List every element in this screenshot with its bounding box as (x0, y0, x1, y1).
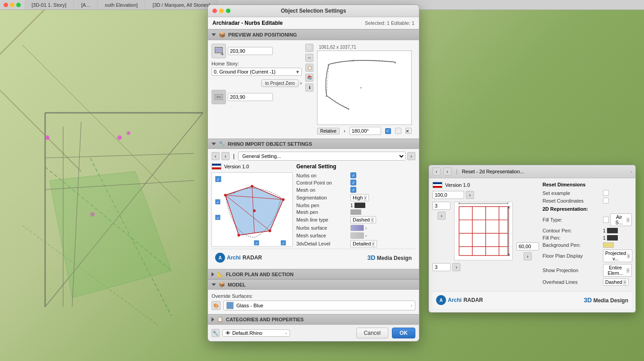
preview-layout: Home Story: 0. Ground Floor (Current -1)… (212, 44, 415, 135)
relative-btn[interactable]: Relative (317, 128, 340, 134)
logos-row-rhino: A ArchiRADAR 3D Media Design (212, 249, 415, 266)
segmentation-dropdown[interactable]: High › (350, 194, 369, 201)
secondary-input-2[interactable] (432, 202, 451, 210)
secondary-input-3[interactable] (432, 263, 451, 271)
x-input-row (212, 44, 302, 58)
mesh-on-checkbox[interactable]: ✓ (350, 187, 356, 193)
surface-row: 🎨 Glass - Blue › (212, 301, 415, 310)
nav-select[interactable]: General Setting... (238, 152, 405, 161)
angle-btn-2[interactable]: × (405, 128, 412, 134)
tab-3d-01[interactable]: [3D-01 1. Story] (24, 0, 74, 9)
reset-coords-checkbox[interactable] (603, 198, 609, 204)
dialog-close[interactable] (212, 9, 217, 13)
preview-section-header[interactable]: 📦 PREVIEW AND POSITIONING (208, 29, 419, 40)
surface-selector[interactable]: Glass - Blue › (223, 301, 415, 310)
rhino-section-content: ‹ › | General Setting... › Version 1.0 (208, 149, 419, 269)
rhino-section-header[interactable]: 🔧 RHINO IMPORT OBJECT SETTINGS (208, 139, 419, 149)
fill-type-dropdown[interactable]: Air S... › (610, 213, 632, 226)
canvas-icon-4[interactable]: 📚 (305, 74, 313, 82)
close-dot[interactable] (4, 3, 8, 7)
dialog-minimize[interactable] (219, 9, 224, 13)
categories-triangle (212, 317, 214, 322)
secondary-stepper-4[interactable]: › (524, 252, 532, 260)
secondary-stepper-1[interactable]: › (466, 191, 474, 199)
svg-text:×: × (360, 86, 362, 90)
secondary-stepper-2[interactable]: › (437, 212, 446, 220)
canvas-icon-5[interactable]: ℹ (305, 83, 313, 92)
mesh-pen-indicator (350, 209, 361, 215)
show-projection-dropdown[interactable]: Entire Elem... › (603, 264, 632, 277)
param-mesh-line-type: Mesh line type Dashed › (296, 216, 415, 223)
preview-right: ⬜ ↔ 📋 📚 ℹ 1061,62 x 1037,71 (305, 44, 415, 135)
footer-buttons: Cancel OK (356, 328, 415, 338)
to-project-zero-btn[interactable]: to Project Zero (261, 79, 299, 87)
svg-text:✓: ✓ (216, 177, 220, 182)
cancel-button[interactable]: Cancel (356, 328, 388, 338)
version-row-secondary: Version 1.0 (432, 182, 539, 188)
angle-checkbox[interactable]: ✓ (385, 128, 391, 134)
angle-btn-1[interactable] (395, 128, 401, 134)
control-point-checkbox[interactable]: ✓ (350, 180, 356, 185)
3dv-detail-dropdown[interactable]: Detailed › (350, 240, 377, 247)
floor-plan-section-header[interactable]: 📐 FLOOR PLAN AND SECTION (208, 269, 419, 279)
media-logo: 3D Media Design (367, 254, 412, 261)
x-input[interactable] (228, 47, 273, 55)
svg-text:✓: ✓ (216, 216, 220, 220)
secondary-nav-next[interactable]: › (443, 167, 451, 176)
secondary-input-4[interactable] (516, 242, 539, 250)
nurbs-surface-preview (350, 225, 364, 231)
y-input[interactable] (228, 93, 273, 101)
grid-preview (454, 202, 513, 260)
rhino-3d-preview: ✓ (212, 172, 293, 247)
fill-type-color (603, 217, 609, 223)
ok-button[interactable]: OK (392, 328, 415, 338)
overhead-lines-dropdown[interactable]: Dashed › (603, 278, 629, 286)
input-row-3: › (432, 263, 539, 271)
secondary-left: Version 1.0 › › (432, 182, 539, 287)
dialog-zoom[interactable] (226, 9, 230, 13)
secondary-nav-prev[interactable]: ‹ (432, 167, 441, 176)
canvas-icon-3[interactable]: 📋 (305, 64, 313, 72)
rhino-triangle (212, 143, 216, 145)
secondary-input-1[interactable] (432, 191, 464, 199)
nurbs-on-checkbox[interactable]: ✓ (350, 172, 356, 178)
tab-2[interactable]: [A... (74, 0, 98, 9)
2d-rep-title: 2D Representation: (543, 206, 632, 212)
maximize-dot[interactable] (16, 3, 21, 7)
svg-text:✓: ✓ (282, 241, 285, 245)
mesh-line-type-dropdown[interactable]: Dashed › (350, 216, 376, 223)
nav-next[interactable]: › (221, 152, 230, 160)
input-row-1: › (432, 191, 539, 199)
secondary-stepper-3[interactable]: › (452, 263, 460, 271)
secondary-archiradar-icon: A (436, 295, 446, 305)
nav-row: ‹ › | General Setting... › (212, 152, 415, 161)
param-3dv-detail: 3dvDetail Level Detailed › (296, 240, 415, 247)
logos-row-secondary: A ArchiRADAR 3D Media Design (432, 291, 632, 309)
minimize-dot[interactable] (10, 3, 14, 7)
model-section-header[interactable]: 📦 MODEL (208, 279, 419, 290)
floor-plan-dropdown[interactable]: Projected v... › (603, 250, 632, 262)
param-mesh-on: Mesh on ✓ (296, 187, 415, 193)
secondary-props-panel: Reset Dimensions Set example Reset Coord… (543, 182, 632, 287)
set-example-checkbox[interactable] (603, 190, 609, 196)
angle-input[interactable] (350, 127, 381, 135)
canvas-icon-1[interactable]: ⬜ (305, 44, 313, 52)
category-selector[interactable]: 👁 Default.Rhino › (222, 329, 290, 337)
reset-dimensions-title: Reset Dimensions (543, 182, 632, 187)
canvas-icon-2[interactable]: ↔ (305, 54, 313, 62)
nav-prev[interactable]: ‹ (212, 152, 220, 160)
dialog-titlebar: Object Selection Settings (208, 5, 419, 17)
x-icon (212, 44, 226, 58)
tab-elevation[interactable]: outh Elevation] (98, 0, 146, 9)
secondary-body: Version 1.0 › › (432, 182, 632, 287)
y-icon (212, 90, 226, 104)
preview-left: Home Story: 0. Ground Floor (Current -1)… (212, 44, 302, 135)
fill-pen-indicator (607, 235, 618, 241)
nav-expand[interactable]: › (407, 152, 415, 160)
rhino-content: Version 1.0 ✓ (212, 163, 415, 249)
model-triangle (212, 283, 216, 286)
home-story-select[interactable]: 0. Ground Floor (Current -1) (212, 68, 302, 76)
categories-section-header[interactable]: 📋 CATEGORIES AND PROPERTIES (208, 314, 419, 324)
prop-show-projection: Show Projection Entire Elem... › (543, 264, 632, 277)
svg-text:×: × (394, 61, 396, 65)
